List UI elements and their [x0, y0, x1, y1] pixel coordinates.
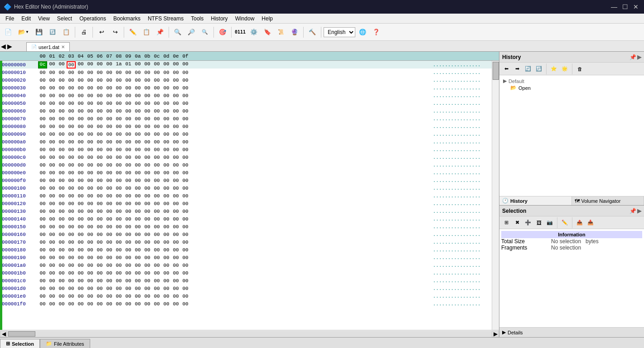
hex-byte[interactable]: 00 — [152, 93, 161, 98]
hex-byte[interactable]: 00 — [143, 170, 152, 176]
sel-grid-button[interactable]: ⊞ — [501, 218, 511, 228]
hex-byte[interactable]: 00 — [48, 209, 57, 214]
hex-row[interactable]: 0000002000000000000000000000000000000000… — [0, 76, 492, 84]
hex-byte[interactable]: 00 — [124, 255, 133, 260]
hex-byte[interactable]: 00 — [143, 85, 152, 91]
hex-byte[interactable]: 00 — [48, 61, 57, 69]
hex-byte[interactable]: 00 — [38, 116, 47, 122]
hex-byte[interactable]: 00 — [124, 224, 133, 230]
hex-byte[interactable]: 00 — [86, 101, 95, 106]
hex-byte[interactable]: 00 — [86, 224, 95, 230]
hex-byte[interactable]: 00 — [152, 116, 161, 122]
hex-byte[interactable]: 00 — [57, 286, 66, 291]
hex-row[interactable]: 0000008000000000000000000000000000000000… — [0, 123, 492, 130]
hex-byte[interactable]: 00 — [181, 147, 190, 152]
hex-byte[interactable]: 00 — [162, 162, 171, 168]
hex-byte[interactable]: 00 — [76, 247, 85, 253]
history-item-open[interactable]: 📂 Open — [503, 84, 640, 92]
hex-byte[interactable]: 00 — [133, 178, 142, 183]
hex-byte[interactable]: 00 — [124, 93, 133, 98]
hex-row[interactable]: 000001b000000000000000000000000000000000… — [0, 269, 492, 277]
hex-byte[interactable]: 00 — [38, 232, 47, 237]
hex-byte[interactable]: 00 — [105, 61, 114, 69]
hex-byte[interactable]: 00 — [152, 247, 161, 253]
hex-byte[interactable]: 00 — [114, 147, 123, 152]
hex-byte[interactable]: 00 — [162, 101, 171, 106]
hex-byte[interactable]: 00 — [181, 193, 190, 199]
hex-byte[interactable]: 00 — [133, 139, 142, 145]
hex-byte[interactable]: 00 — [152, 108, 161, 114]
history-refresh2-button[interactable]: 🔃 — [534, 64, 544, 74]
hex-byte[interactable]: 00 — [86, 186, 95, 191]
hex-byte[interactable]: 00 — [181, 170, 190, 176]
hex-byte[interactable]: 00 — [162, 132, 171, 137]
hex-byte[interactable]: 00 — [38, 139, 47, 145]
hex-byte[interactable]: 00 — [133, 70, 142, 75]
hex-byte[interactable]: 00 — [114, 224, 123, 230]
hex-byte[interactable]: 00 — [133, 162, 142, 168]
hex-row[interactable]: 000001e000000000000000000000000000000000… — [0, 292, 492, 300]
hex-byte[interactable]: 00 — [86, 209, 95, 214]
hex-byte[interactable]: 00 — [48, 247, 57, 253]
hex-row[interactable]: 000000c000000000000000000000000000000000… — [0, 153, 492, 161]
hex-row[interactable]: 000000000c000000000000001a01000000000000… — [0, 61, 492, 69]
hex-byte[interactable]: 00 — [124, 301, 133, 307]
view-hex-button[interactable]: 0111 — [234, 26, 247, 39]
globe-button[interactable]: 🌐 — [356, 26, 369, 39]
horizontal-scrollbar[interactable]: ◀ ▶ — [0, 330, 499, 337]
hex-byte[interactable]: 00 — [124, 162, 133, 168]
hex-byte[interactable]: 00 — [162, 301, 171, 307]
tab-user1-dat[interactable]: 📄 user1.dat ✕ — [26, 42, 70, 51]
hex-byte[interactable]: 00 — [114, 155, 123, 160]
hex-byte[interactable]: 00 — [133, 93, 142, 98]
hex-byte[interactable]: 00 — [143, 70, 152, 75]
hex-byte[interactable]: 00 — [95, 93, 104, 98]
hex-byte[interactable]: 00 — [95, 116, 104, 122]
hex-byte[interactable]: 00 — [48, 78, 57, 83]
hex-byte[interactable]: 00 — [76, 101, 85, 106]
hex-byte[interactable]: 00 — [152, 201, 161, 206]
hex-byte[interactable]: 00 — [162, 186, 171, 191]
sel-import-button[interactable]: 📥 — [586, 218, 596, 228]
hex-byte[interactable]: 00 — [86, 170, 95, 176]
hex-byte[interactable]: 00 — [181, 255, 190, 260]
hex-byte[interactable]: 00 — [48, 124, 57, 129]
hex-byte[interactable]: 00 — [152, 255, 161, 260]
hex-byte[interactable]: 00 — [76, 78, 85, 83]
hex-byte[interactable]: 00 — [152, 294, 161, 299]
hex-byte[interactable]: 00 — [105, 186, 114, 191]
hex-byte[interactable]: 00 — [67, 139, 76, 145]
menu-view[interactable]: View — [34, 14, 53, 23]
hex-byte[interactable]: 00 — [86, 216, 95, 222]
hex-byte[interactable]: 00 — [143, 186, 152, 191]
hex-byte[interactable]: 00 — [86, 132, 95, 137]
hex-byte[interactable]: 00 — [86, 162, 95, 168]
hex-byte[interactable]: 00 — [143, 294, 152, 299]
hex-byte[interactable]: 00 — [38, 108, 47, 114]
hex-byte[interactable]: 00 — [181, 162, 190, 168]
hex-byte[interactable]: 00 — [133, 78, 142, 83]
hex-byte[interactable]: 00 — [67, 124, 76, 129]
hex-byte[interactable]: 00 — [171, 61, 180, 69]
hex-byte[interactable]: 00 — [48, 116, 57, 122]
hex-byte[interactable]: 00 — [95, 178, 104, 183]
hex-byte[interactable]: 00 — [95, 193, 104, 199]
hex-byte[interactable]: 00 — [67, 232, 76, 237]
hex-byte[interactable]: 00 — [76, 85, 85, 91]
sel-img1-button[interactable]: 🖼 — [534, 218, 544, 228]
hex-byte[interactable]: 00 — [67, 224, 76, 230]
hex-byte[interactable]: 00 — [114, 209, 123, 214]
hex-byte[interactable]: 00 — [171, 278, 180, 284]
hex-byte[interactable]: 00 — [95, 162, 104, 168]
tools-button[interactable]: 🔨 — [306, 26, 319, 39]
hex-byte[interactable]: 00 — [86, 247, 95, 253]
hex-byte[interactable]: 00 — [76, 263, 85, 268]
hex-byte[interactable]: 00 — [48, 232, 57, 237]
hex-byte[interactable]: 00 — [162, 255, 171, 260]
hex-byte[interactable]: 00 — [181, 186, 190, 191]
hex-byte[interactable]: 00 — [124, 286, 133, 291]
hex-byte[interactable]: 00 — [152, 270, 161, 276]
hex-byte[interactable]: 00 — [105, 209, 114, 214]
hex-byte[interactable]: 00 — [57, 93, 66, 98]
hex-byte[interactable]: 00 — [133, 61, 142, 69]
